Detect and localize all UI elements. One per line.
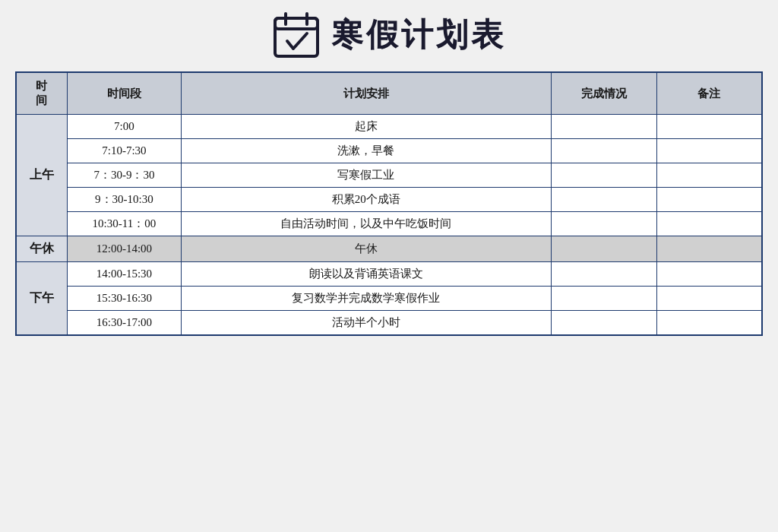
cell-note [656,163,762,188]
cell-status [551,262,656,287]
cell-period: 7:10-7:30 [67,139,182,163]
table-row: 9：30-10:30 积累20个成语 [16,188,762,212]
cell-status [551,188,656,212]
cell-status [551,287,656,311]
cell-note [656,115,762,139]
table-row: 7:10-7:30 洗漱，早餐 [16,139,762,163]
cell-note [656,262,762,287]
cell-plan: 洗漱，早餐 [182,139,551,163]
cell-status [551,311,656,336]
cell-note [656,212,762,236]
cell-period: 16:30-17:00 [67,311,182,336]
cell-status [551,163,656,188]
cell-period: 7:00 [67,115,182,139]
cell-plan: 起床 [182,115,551,139]
svg-rect-1 [275,18,318,29]
header-time: 时间 [16,72,67,115]
section-morning: 上午 [16,115,67,236]
cell-period: 7：30-9：30 [67,163,182,188]
section-afternoon: 下午 [16,262,67,336]
cell-plan: 活动半个小时 [182,311,551,336]
cell-note [656,188,762,212]
header-period: 时间段 [67,72,182,115]
table-row: 午休 12:00-14:00 午休 [16,236,762,262]
table-row: 10:30-11：00 自由活动时间，以及中午吃饭时间 [16,212,762,236]
cell-note [656,236,762,262]
cell-plan: 自由活动时间，以及中午吃饭时间 [182,212,551,236]
cell-plan: 写寒假工业 [182,163,551,188]
cell-period: 9：30-10:30 [67,188,182,212]
cell-status [551,115,656,139]
page-title: 寒假计划表 [331,14,506,56]
table-row: 7：30-9：30 写寒假工业 [16,163,762,188]
table-header-row: 时间 时间段 计划安排 完成情况 备注 [16,72,762,115]
table-row: 15:30-16:30 复习数学并完成数学寒假作业 [16,287,762,311]
header-status: 完成情况 [551,72,656,115]
cell-plan: 积累20个成语 [182,188,551,212]
cell-plan: 复习数学并完成数学寒假作业 [182,287,551,311]
cell-period: 10:30-11：00 [67,212,182,236]
cell-plan: 朗读以及背诵英语课文 [182,262,551,287]
table-row: 16:30-17:00 活动半个小时 [16,311,762,336]
calendar-icon [272,11,321,59]
table-row: 上午 7:00 起床 [16,115,762,139]
cell-status [551,236,656,262]
section-noon: 午休 [16,236,67,262]
page-header: 寒假计划表 [272,11,506,59]
cell-note [656,287,762,311]
cell-period: 14:00-15:30 [67,262,182,287]
cell-plan: 午休 [182,236,551,262]
cell-note [656,139,762,163]
svg-rect-0 [275,18,318,56]
table-row: 下午 14:00-15:30 朗读以及背诵英语课文 [16,262,762,287]
header-plan: 计划安排 [182,72,551,115]
cell-status [551,139,656,163]
header-note: 备注 [656,72,762,115]
cell-status [551,212,656,236]
schedule-table: 时间 时间段 计划安排 完成情况 备注 上午 7:00 起床 7:10-7:30… [15,71,763,336]
cell-period: 12:00-14:00 [67,236,182,262]
cell-note [656,311,762,336]
cell-period: 15:30-16:30 [67,287,182,311]
